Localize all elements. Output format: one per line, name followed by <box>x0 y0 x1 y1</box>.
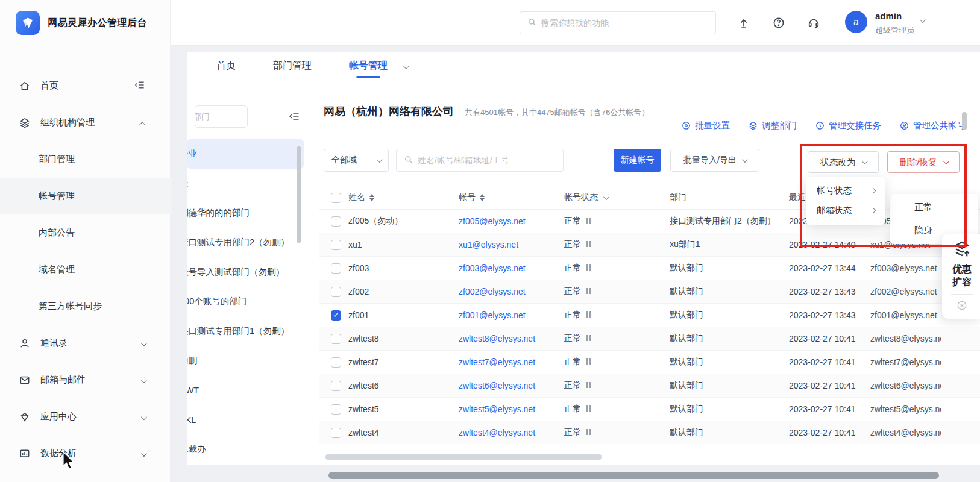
row-checkbox[interactable] <box>331 357 341 368</box>
department-search-input[interactable]: 搜索部门 <box>195 105 248 128</box>
tree-item[interactable]: KKL <box>187 405 312 434</box>
pause-icon[interactable] <box>586 429 591 435</box>
tree-item[interactable]: 勿删 <box>187 346 312 375</box>
batch-import-export-button[interactable]: 批量导入/导出 <box>670 149 759 172</box>
row-account-link[interactable]: zf002@elysys.net <box>455 287 561 296</box>
account-search-input[interactable] <box>418 155 556 165</box>
sort-icon[interactable] <box>369 194 374 201</box>
tree-item[interactable]: 刘德华的的的部门 <box>187 198 312 228</box>
col-status[interactable]: 帐号状态 <box>561 192 666 203</box>
sidebar-item-0[interactable]: 首页 <box>0 67 171 104</box>
sidebar-item-1[interactable]: 组织机构管理 <box>0 104 171 141</box>
upload-icon[interactable] <box>735 14 752 31</box>
table-horizontal-scrollbar[interactable] <box>325 454 602 460</box>
global-search-input[interactable] <box>541 18 708 28</box>
row-checkbox[interactable] <box>331 287 341 297</box>
pause-icon[interactable] <box>586 382 591 388</box>
row-time: 2023-02-27 10:41 <box>785 381 868 390</box>
pause-icon[interactable] <box>586 358 591 365</box>
pause-icon[interactable] <box>586 218 591 224</box>
select-all-checkbox[interactable] <box>331 193 341 203</box>
sort-icon[interactable] <box>480 194 485 201</box>
row-checkbox[interactable] <box>331 240 341 250</box>
row-account-link[interactable]: zf001@elysys.net <box>455 310 561 320</box>
row-checkbox[interactable] <box>331 428 341 438</box>
change-status-button[interactable]: 状态改为 <box>808 151 879 173</box>
row-checkbox[interactable] <box>331 381 341 391</box>
domain-select[interactable]: 全部域 <box>324 149 389 172</box>
row-dept: 默认部门 <box>666 404 785 415</box>
row-checkbox[interactable] <box>331 263 341 274</box>
account-search[interactable] <box>396 149 564 172</box>
status-submenu-item-0[interactable]: 正常 <box>890 196 978 219</box>
sidebar-item-label: 组织机构管理 <box>40 117 95 128</box>
page-horizontal-scrollbar[interactable] <box>328 472 939 479</box>
tabs-chevron-down-icon[interactable] <box>403 61 407 72</box>
sidebar-item-4[interactable]: 内部公告 <box>0 214 171 251</box>
tab-0[interactable]: 首页 <box>215 52 237 80</box>
support-headset-icon[interactable] <box>805 14 822 31</box>
row-account-link[interactable]: zf003@elysys.net <box>455 263 561 273</box>
tree-item[interactable]: 接口测试专用部门2（勿删） <box>187 228 312 257</box>
sidebar-item-label: 首页 <box>40 80 58 92</box>
status-menu-item-1[interactable]: 邮箱状态 <box>806 201 885 221</box>
status-menu-item-0[interactable]: 帐号状态 <box>806 181 885 201</box>
help-icon[interactable] <box>770 14 787 31</box>
tree-item-label: 勿删 <box>187 355 197 366</box>
tree-item[interactable]: 级 <box>187 169 312 198</box>
action-link-1[interactable]: 调整部门 <box>748 120 797 131</box>
delete-restore-button[interactable]: 删除/恢复 <box>887 151 960 173</box>
pause-icon[interactable] <box>586 311 591 318</box>
sidebar-item-6[interactable]: 第三方帐号同步 <box>0 288 171 325</box>
menu-item-label: 帐号状态 <box>817 185 852 196</box>
promo-close-icon[interactable] <box>956 299 968 314</box>
sidebar-item-9[interactable]: 应用中心 <box>0 398 171 435</box>
sidebar-item-2[interactable]: 部门管理 <box>0 141 171 178</box>
tree-item[interactable]: 总裁办 <box>187 434 312 464</box>
sidebar-item-8[interactable]: 邮箱与邮件 <box>0 362 171 398</box>
action-link-3[interactable]: 管理公共帐号 <box>899 120 966 131</box>
tree-scrollbar[interactable] <box>297 146 301 243</box>
avatar[interactable]: a <box>845 11 867 33</box>
row-account-link[interactable]: zf005@elysys.net <box>455 216 561 226</box>
row-account-link[interactable]: zwltest5@elysys.net <box>455 404 561 414</box>
col-name[interactable]: 姓名 <box>345 192 455 203</box>
pause-icon[interactable] <box>586 241 591 247</box>
row-account-link[interactable]: xu1@elysys.net <box>455 240 561 249</box>
tree-item[interactable]: 接口测试专用部门1（勿删） <box>187 316 312 346</box>
sidebar-item-3[interactable]: 帐号管理 <box>0 178 171 214</box>
row-account-link[interactable]: zwltest8@elysys.net <box>455 334 561 343</box>
col-account[interactable]: 帐号 <box>455 192 561 203</box>
user-menu-chevron-icon[interactable] <box>920 14 924 25</box>
row-account-link[interactable]: zwltest6@elysys.net <box>455 381 561 390</box>
pause-icon[interactable] <box>586 335 591 341</box>
row-checkbox[interactable] <box>331 404 341 415</box>
action-link-0[interactable]: 批量设置 <box>681 120 730 131</box>
tab-1[interactable]: 部门管理 <box>272 52 313 80</box>
row-checkbox[interactable] <box>331 216 341 227</box>
collapse-panel-icon[interactable] <box>288 110 300 125</box>
sidebar-item-5[interactable]: 域名管理 <box>0 251 171 288</box>
create-account-button[interactable]: 新建帐号 <box>614 149 661 172</box>
pause-icon[interactable] <box>586 405 591 412</box>
row-account-link[interactable]: zwltest7@elysys.net <box>455 357 561 367</box>
action-link-2[interactable]: 管理交接任务 <box>815 120 881 131</box>
promo-widget[interactable]: 优惠 扩容 <box>942 234 980 319</box>
sidebar-collapse-icon[interactable] <box>134 79 145 93</box>
pause-icon[interactable] <box>586 264 591 271</box>
mail-icon <box>18 374 31 387</box>
row-checkbox[interactable]: ✓ <box>331 310 341 321</box>
row-checkbox[interactable] <box>331 334 341 344</box>
sidebar-item-10[interactable]: 数据分析 <box>0 435 171 472</box>
global-search[interactable] <box>520 11 716 34</box>
table-vertical-scrollbar[interactable] <box>962 112 967 130</box>
tree-item[interactable]: EWT <box>187 375 312 405</box>
row-account-link[interactable]: zwltest4@elysys.net <box>455 428 561 437</box>
tree-item[interactable]: 账号导入测试部门（勿删） <box>187 257 312 287</box>
tree-item[interactable]: 企业 <box>187 139 304 169</box>
tab-2[interactable]: 帐号管理 <box>348 52 389 80</box>
chevron-up-icon <box>141 117 145 128</box>
tree-item[interactable]: 500个账号的部门 <box>187 287 312 316</box>
sidebar-item-7[interactable]: 通讯录 <box>0 325 171 362</box>
pause-icon[interactable] <box>586 288 591 294</box>
